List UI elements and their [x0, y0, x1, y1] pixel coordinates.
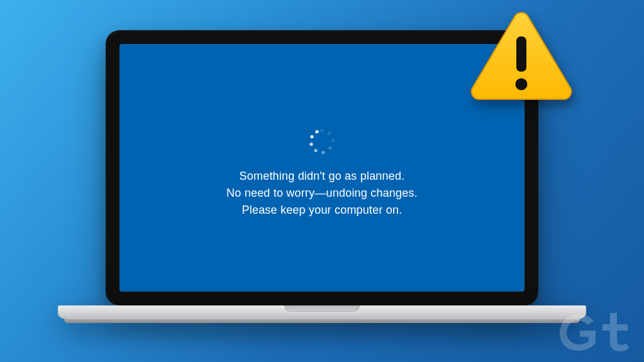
laptop-screen: Something didn't go as planned. No need … [119, 44, 525, 292]
error-message-line-1: Something didn't go as planned. [240, 167, 405, 184]
laptop-base [58, 305, 586, 323]
windows-update-error-screen: Something didn't go as planned. No need … [119, 127, 525, 218]
svg-point-6 [309, 143, 313, 146]
error-message-line-2: No need to worry—undoing changes. [226, 184, 418, 201]
loading-spinner-icon [308, 127, 336, 156]
warning-triangle-icon [468, 9, 575, 103]
svg-point-1 [328, 131, 331, 134]
svg-point-8 [315, 130, 318, 133]
watermark-logo [556, 309, 631, 353]
svg-point-10 [516, 79, 528, 90]
svg-rect-9 [516, 36, 526, 72]
hero-illustration: Something didn't go as planned. No need … [0, 0, 644, 362]
svg-point-3 [328, 146, 331, 150]
error-message-line-3: Please keep your computer on. [242, 201, 402, 218]
svg-point-5 [314, 149, 317, 152]
svg-point-2 [331, 139, 334, 142]
svg-point-7 [310, 135, 313, 138]
svg-point-0 [320, 129, 323, 132]
svg-point-4 [321, 151, 325, 154]
